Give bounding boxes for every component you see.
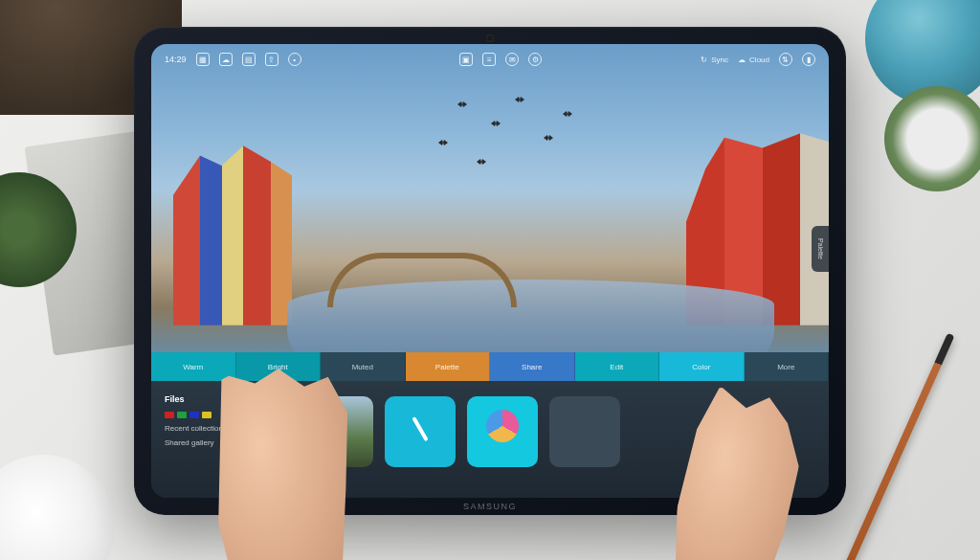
status-bar: 14:29 ▦ ☁ ▤ ⇪ • ▣ ≡ ✉ ⚙ ↻ Sync ☁ <box>151 50 829 69</box>
bird-silhouette <box>438 140 448 146</box>
layers-icon[interactable]: ≡ <box>482 53 496 66</box>
succulent-prop <box>884 86 980 191</box>
filter-tab-6[interactable]: Color <box>659 352 745 381</box>
status-left-cluster: 14:29 ▦ ☁ ▤ ⇪ • <box>165 53 301 66</box>
status-center-cluster: ▣ ≡ ✉ ⚙ <box>459 53 542 66</box>
dock-tile-color[interactable] <box>467 396 538 467</box>
share-icon[interactable]: ⇪ <box>265 53 278 66</box>
status-cloud-pill[interactable]: ☁ Cloud <box>738 56 769 64</box>
front-camera <box>486 34 494 42</box>
filter-tab-strip: WarmBrightMutedPaletteShareEditColorMore <box>151 352 829 381</box>
status-time: 14:29 <box>165 55 187 64</box>
person-icon[interactable]: • <box>288 53 301 66</box>
filter-tab-4[interactable]: Share <box>490 352 575 381</box>
sync-icon: ↻ <box>701 56 707 64</box>
bird-silhouette <box>491 121 501 126</box>
cloud-small-icon: ☁ <box>738 56 746 64</box>
status-cloud-label: Cloud <box>749 56 769 64</box>
bird-silhouette <box>515 97 524 102</box>
dock-tile-draw[interactable] <box>385 396 456 467</box>
settings-icon[interactable]: ⚙ <box>528 53 542 66</box>
filter-tab-7[interactable]: More <box>745 352 830 381</box>
gallery-icon[interactable]: ▣ <box>459 53 473 66</box>
color-flag-0[interactable] <box>165 412 174 418</box>
side-palette-tab[interactable]: Palette <box>812 226 829 272</box>
color-flag-2[interactable] <box>189 412 199 418</box>
apps-icon[interactable]: ▦ <box>196 53 210 66</box>
dock-tile-gray[interactable] <box>549 396 620 467</box>
bird-silhouette <box>544 135 553 141</box>
canvas-bridge <box>327 253 517 307</box>
filter-tab-3[interactable]: Palette <box>406 352 491 381</box>
filter-tab-0[interactable]: Warm <box>151 352 236 381</box>
device-brand-label: SAMSUNG <box>463 502 517 511</box>
filter-tab-2[interactable]: Muted <box>321 352 406 381</box>
cloud-icon[interactable]: ☁ <box>219 53 233 66</box>
wifi-icon: ⇅ <box>779 53 792 66</box>
color-flag-1[interactable] <box>177 412 187 418</box>
status-sync-label: Sync <box>711 56 728 64</box>
grid-icon[interactable]: ▤ <box>242 53 256 66</box>
bird-silhouette <box>457 101 467 107</box>
status-right-cluster: ↻ Sync ☁ Cloud ⇅ ▮ <box>701 53 815 66</box>
filter-tab-5[interactable]: Edit <box>575 352 660 381</box>
chat-icon[interactable]: ✉ <box>505 53 519 66</box>
side-palette-label: Palette <box>817 238 824 259</box>
bird-silhouette <box>477 159 486 165</box>
battery-icon: ▮ <box>802 53 815 66</box>
status-sync-pill[interactable]: ↻ Sync <box>701 56 728 64</box>
color-flag-3[interactable] <box>202 412 212 418</box>
bird-silhouette <box>563 111 572 117</box>
